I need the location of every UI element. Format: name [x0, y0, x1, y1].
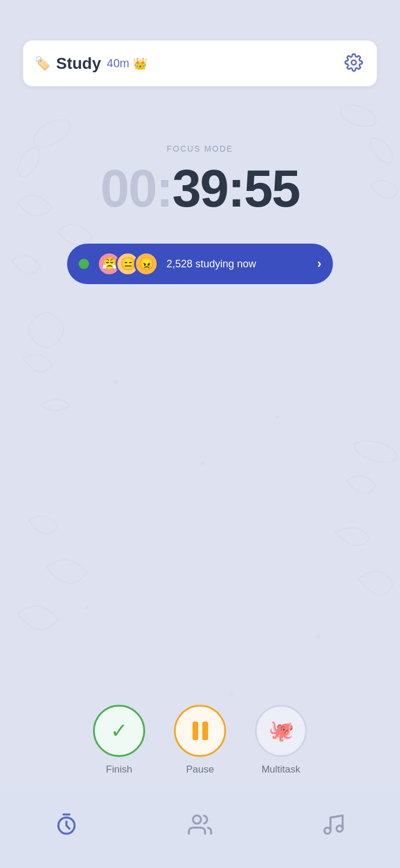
- finish-button[interactable]: ✓: [93, 705, 145, 757]
- timer-display: 00:39:55: [0, 163, 400, 215]
- multitask-label: Multitask: [261, 764, 300, 775]
- pause-bar-left: [192, 722, 198, 740]
- svg-point-17: [324, 827, 331, 834]
- multitask-control: 🐙 Multitask: [255, 705, 307, 775]
- finish-label: Finish: [106, 764, 132, 775]
- svg-point-18: [336, 826, 343, 832]
- social-nav-icon: [188, 812, 212, 837]
- settings-button[interactable]: [342, 51, 365, 76]
- svg-point-15: [71, 818, 73, 820]
- pause-label: Pause: [186, 764, 214, 775]
- timer-dim-part: 00:: [101, 160, 172, 218]
- header-bar: 🏷️ Study 40m 👑: [23, 41, 377, 86]
- svg-point-4: [352, 437, 399, 466]
- nav-social[interactable]: [176, 807, 224, 843]
- header-left: 🏷️ Study 40m 👑: [35, 54, 147, 73]
- avatar-group: 😤 😑 😠: [97, 252, 158, 276]
- tag-icon: 🏷️: [35, 56, 50, 71]
- crown-icon: 👑: [133, 57, 147, 71]
- nav-music[interactable]: [310, 807, 357, 843]
- studying-now-banner[interactable]: 😤 😑 😠 2,528 studying now ›: [67, 244, 333, 284]
- svg-point-9: [316, 634, 320, 639]
- music-nav-icon: [321, 812, 346, 837]
- duration-badge: 40m 👑: [107, 57, 147, 71]
- svg-point-14: [61, 818, 62, 820]
- pause-button[interactable]: [174, 705, 226, 757]
- svg-point-7: [201, 461, 205, 465]
- svg-point-16: [193, 815, 201, 823]
- pause-control: Pause: [174, 705, 226, 775]
- finish-control: ✓ Finish: [93, 705, 145, 775]
- octopus-icon: 🐙: [268, 719, 294, 743]
- duration-value: 40m: [107, 57, 129, 70]
- svg-point-6: [276, 415, 279, 418]
- study-title: Study: [56, 54, 101, 73]
- pause-bar-right: [202, 722, 208, 740]
- avatar-3: 😠: [134, 252, 158, 276]
- svg-point-2: [338, 101, 379, 131]
- gear-icon: [345, 53, 363, 72]
- svg-point-10: [229, 693, 233, 696]
- chevron-right-icon: ›: [317, 256, 321, 271]
- svg-point-5: [113, 380, 118, 384]
- checkmark-icon: ✓: [110, 719, 128, 743]
- bottom-controls: ✓ Finish Pause 🐙 Multitask: [0, 705, 400, 775]
- focus-section: FOCUS MODE 00:39:55: [0, 144, 400, 215]
- svg-point-11: [351, 60, 356, 65]
- svg-point-8: [85, 606, 88, 609]
- timer-nav-icon: [54, 812, 79, 837]
- focus-mode-label: FOCUS MODE: [0, 144, 400, 153]
- bottom-navigation: [0, 793, 400, 868]
- studying-count-text: 2,528 studying now: [166, 258, 309, 270]
- online-indicator: [79, 259, 89, 269]
- svg-point-13: [66, 816, 68, 819]
- timer-bright-part: 39:55: [172, 160, 299, 218]
- nav-timer[interactable]: [43, 807, 90, 843]
- multitask-button[interactable]: 🐙: [255, 705, 307, 757]
- pause-icon: [192, 722, 208, 740]
